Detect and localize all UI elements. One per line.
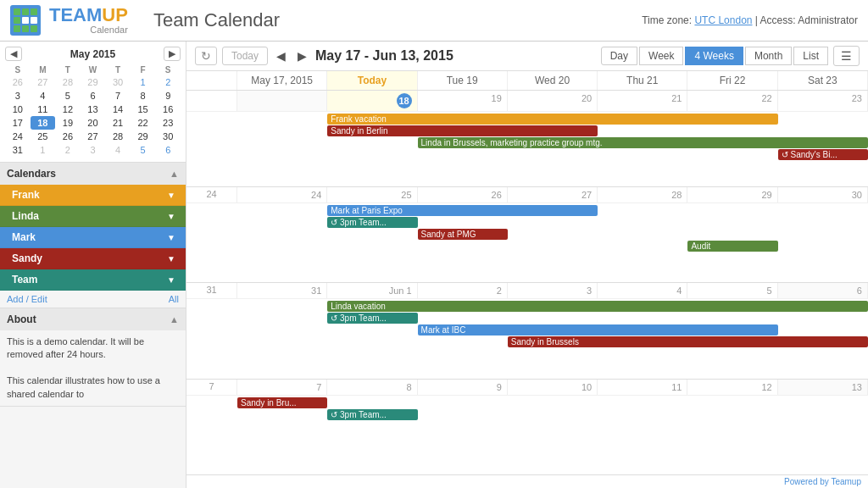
refresh-button[interactable]: ↻ (195, 47, 217, 65)
cal-day-cell[interactable]: 21 (598, 91, 687, 111)
mini-cal-day[interactable]: 22 (131, 116, 156, 130)
cal-day-cell[interactable]: 12 (687, 380, 777, 395)
view-button-week[interactable]: Week (639, 47, 683, 65)
mini-cal-day[interactable]: 10 (5, 103, 31, 116)
cal-day-cell[interactable]: 7 (237, 380, 327, 395)
cal-day-cell[interactable]: 23 (778, 91, 868, 111)
mini-cal-day[interactable]: 13 (81, 103, 106, 116)
mini-cal-day[interactable]: 28 (55, 75, 81, 89)
today-button[interactable]: Today (222, 47, 268, 65)
cal-day-cell[interactable]: Jun 1 (327, 283, 417, 298)
calendar-item[interactable]: Sandy▼ (0, 248, 186, 269)
cal-day-cell[interactable]: 8 (327, 380, 417, 395)
timezone-link[interactable]: UTC London (694, 14, 752, 26)
mini-cal-day[interactable]: 29 (81, 75, 106, 89)
mini-cal-day[interactable]: 28 (105, 130, 131, 143)
cal-day-cell[interactable]: 2 (418, 283, 508, 298)
cal-day-cell[interactable]: 20 (508, 91, 598, 111)
calendar-event[interactable]: Sandy in Bru... (237, 397, 327, 408)
prev-period-button[interactable]: ◀ (273, 47, 289, 64)
mini-cal-day[interactable]: 8 (131, 89, 156, 103)
mini-cal-day[interactable]: 7 (105, 89, 131, 103)
mini-cal-day[interactable]: 18 (31, 116, 56, 130)
cal-day-cell[interactable]: 25 (327, 187, 417, 202)
calendar-event[interactable]: Mark at IBC (418, 324, 778, 336)
mini-cal-day[interactable]: 23 (155, 116, 181, 130)
cal-day-cell[interactable]: 5 (687, 283, 777, 298)
mini-cal-day[interactable]: 5 (55, 89, 81, 103)
mini-cal-day[interactable]: 2 (155, 75, 181, 89)
calendar-item[interactable]: Linda▼ (0, 206, 186, 227)
add-edit-link[interactable]: Add / Edit (7, 294, 47, 304)
calendar-event[interactable]: Audit (687, 241, 777, 252)
cal-day-cell[interactable]: 24 (237, 187, 327, 202)
calendar-event[interactable]: ↺ 3pm Team... (327, 313, 417, 324)
mini-cal-day[interactable]: 12 (55, 103, 81, 116)
mini-cal-day[interactable]: 27 (31, 75, 56, 89)
cal-day-cell[interactable]: 22 (687, 91, 777, 111)
all-link[interactable]: All (169, 294, 179, 304)
mini-cal-day[interactable]: 26 (5, 75, 31, 89)
mini-cal-next[interactable]: ▶ (164, 47, 181, 61)
mini-cal-day[interactable]: 1 (131, 75, 156, 89)
calendar-item[interactable]: Team▼ (0, 269, 186, 291)
mini-cal-day[interactable]: 16 (155, 103, 181, 116)
calendar-menu-button[interactable]: ☰ (833, 46, 860, 66)
cal-day-cell[interactable]: 18 (327, 91, 417, 111)
powered-by-link[interactable]: Powered by Teamup (784, 477, 861, 486)
calendars-header[interactable]: Calendars ▲ (0, 163, 186, 185)
view-button-list[interactable]: List (793, 47, 828, 65)
calendar-event[interactable]: ↺ 3pm Team... (327, 409, 417, 420)
view-button-month[interactable]: Month (745, 47, 792, 65)
mini-cal-day[interactable]: 4 (31, 89, 56, 103)
mini-cal-day[interactable]: 15 (131, 103, 156, 116)
mini-cal-day[interactable]: 17 (5, 116, 31, 130)
mini-cal-day[interactable]: 21 (105, 116, 131, 130)
mini-cal-day[interactable]: 6 (155, 143, 181, 157)
mini-cal-day[interactable]: 2 (55, 143, 81, 157)
mini-cal-day[interactable]: 30 (105, 75, 131, 89)
calendar-item[interactable]: Frank▼ (0, 185, 186, 206)
cal-day-cell[interactable]: 6 (778, 283, 868, 298)
calendar-event[interactable]: Linda vacation (327, 301, 868, 312)
calendar-item[interactable]: Mark▼ (0, 227, 186, 248)
cal-day-cell[interactable]: 27 (508, 187, 598, 202)
cal-day-cell[interactable]: 31 (237, 283, 327, 298)
view-button-4-weeks[interactable]: 4 Weeks (685, 47, 743, 65)
cal-day-cell[interactable]: 19 (418, 91, 508, 111)
cal-day-cell[interactable]: 26 (418, 187, 508, 202)
mini-cal-day[interactable]: 29 (131, 130, 156, 143)
calendar-event[interactable]: ↺ Sandy's Bi... (778, 149, 868, 160)
mini-cal-day[interactable]: 24 (5, 130, 31, 143)
view-button-day[interactable]: Day (601, 47, 637, 65)
mini-cal-day[interactable]: 3 (81, 143, 106, 157)
cal-day-cell[interactable]: 4 (598, 283, 687, 298)
next-period-button[interactable]: ▶ (294, 47, 310, 64)
mini-cal-day[interactable]: 6 (81, 89, 106, 103)
cal-day-cell[interactable]: 13 (778, 380, 868, 395)
cal-day-cell[interactable]: 28 (598, 187, 687, 202)
mini-cal-day[interactable]: 11 (31, 103, 56, 116)
mini-cal-day[interactable]: 27 (81, 130, 106, 143)
cal-day-cell[interactable]: 11 (598, 380, 687, 395)
cal-day-cell[interactable]: 10 (508, 380, 598, 395)
cal-day-cell[interactable]: 3 (508, 283, 598, 298)
mini-cal-prev[interactable]: ◀ (5, 47, 22, 61)
mini-cal-day[interactable]: 31 (5, 143, 31, 157)
mini-cal-day[interactable]: 14 (105, 103, 131, 116)
cal-day-cell[interactable]: 29 (687, 187, 777, 202)
calendar-event[interactable]: Sandy in Berlin (327, 125, 598, 136)
mini-cal-day[interactable]: 3 (5, 89, 31, 103)
calendar-event[interactable]: Sandy in Brussels (508, 336, 868, 347)
calendar-event[interactable]: Mark at Paris Expo (327, 205, 598, 216)
mini-cal-day[interactable]: 5 (131, 143, 156, 157)
mini-cal-day[interactable]: 25 (31, 130, 56, 143)
mini-cal-day[interactable]: 26 (55, 130, 81, 143)
mini-cal-day[interactable]: 30 (155, 130, 181, 143)
cal-day-cell[interactable] (237, 91, 327, 111)
mini-cal-day[interactable]: 9 (155, 89, 181, 103)
calendar-event[interactable]: Sandy at PMG (418, 229, 508, 240)
mini-cal-day[interactable]: 4 (105, 143, 131, 157)
mini-cal-day[interactable]: 20 (81, 116, 106, 130)
calendar-event[interactable]: Linda in Brussels, marketing practice gr… (418, 137, 868, 148)
